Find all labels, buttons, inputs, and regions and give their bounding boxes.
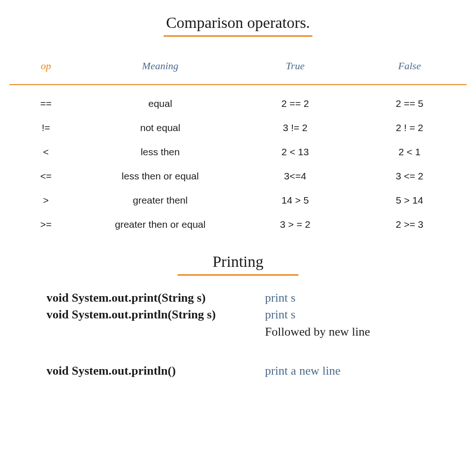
cell-op: == [9, 92, 82, 116]
print-description: print s [265, 290, 296, 306]
cell-meaning: less then [82, 140, 238, 164]
title-divider [164, 35, 312, 37]
table-row: == equal 2 == 2 2 == 5 [9, 92, 467, 116]
print-row: void System.out.println() print a new li… [46, 363, 430, 379]
header-false: False [352, 55, 467, 78]
comparison-table: op Meaning True False == equal 2 == 2 2 … [9, 55, 467, 237]
cell-false: 2 == 5 [352, 92, 467, 116]
cell-meaning: less then or equal [82, 164, 238, 188]
print-signature: void System.out.println(String s) [46, 306, 265, 323]
printing-title: Printing [9, 253, 467, 271]
cell-true: 2 < 13 [238, 140, 352, 164]
table-row: <= less then or equal 3<=4 3 <= 2 [9, 164, 467, 188]
print-row: void System.out.print(String s) print s [46, 290, 430, 306]
cell-false: 2 ! = 2 [352, 116, 467, 140]
table-row: >= greater then or equal 3 > = 2 2 >= 3 [9, 212, 467, 237]
cell-true: 2 == 2 [238, 92, 352, 116]
cell-meaning: greater then or equal [82, 212, 238, 237]
cell-meaning: greater thenl [82, 188, 238, 212]
cell-op: > [9, 188, 82, 212]
title-divider [178, 274, 298, 276]
comparison-title: Comparison operators. [9, 14, 467, 32]
print-description: print s [265, 306, 370, 323]
print-extra: Followed by new line [265, 324, 370, 340]
print-signature: void System.out.println() [46, 363, 265, 379]
header-true: True [238, 55, 352, 78]
cell-op: < [9, 140, 82, 164]
cell-op: != [9, 116, 82, 140]
cell-false: 5 > 14 [352, 188, 467, 212]
cell-true: 3 != 2 [238, 116, 352, 140]
print-description: print a new line [265, 363, 340, 379]
header-divider [9, 78, 467, 92]
header-op: op [9, 55, 82, 78]
cell-op: >= [9, 212, 82, 237]
cell-true: 14 > 5 [238, 188, 352, 212]
header-meaning: Meaning [82, 55, 238, 78]
cell-false: 3 <= 2 [352, 164, 467, 188]
cell-op: <= [9, 164, 82, 188]
cell-meaning: equal [82, 92, 238, 116]
cell-false: 2 >= 3 [352, 212, 467, 237]
print-row: void System.out.println(String s) print … [46, 306, 430, 340]
printing-section: Printing void System.out.print(String s)… [9, 253, 467, 380]
print-list: void System.out.print(String s) print s … [9, 290, 467, 380]
table-row: < less then 2 < 13 2 < 1 [9, 140, 467, 164]
print-signature: void System.out.print(String s) [46, 290, 265, 306]
table-row: != not equal 3 != 2 2 ! = 2 [9, 116, 467, 140]
cell-false: 2 < 1 [352, 140, 467, 164]
table-row: > greater thenl 14 > 5 5 > 14 [9, 188, 467, 212]
cell-meaning: not equal [82, 116, 238, 140]
cell-true: 3<=4 [238, 164, 352, 188]
table-header-row: op Meaning True False [9, 55, 467, 78]
cell-true: 3 > = 2 [238, 212, 352, 237]
comparison-section: Comparison operators. op Meaning True Fa… [9, 14, 467, 237]
